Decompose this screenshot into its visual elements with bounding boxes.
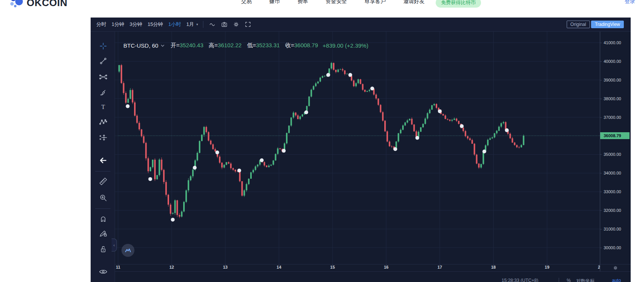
- magnet-icon: [99, 214, 108, 223]
- price-axis-label: 39000.00: [600, 77, 631, 83]
- zoom-in-icon: [99, 193, 108, 202]
- price-axis-label: 40000.00: [600, 59, 631, 64]
- legend-low: 低=35233.31: [247, 42, 280, 49]
- nav-item-4[interactable]: 尊享客户: [364, 0, 386, 5]
- position-icon: [99, 133, 108, 142]
- chevron-down-icon[interactable]: ▾: [196, 22, 198, 26]
- line-style-icon[interactable]: [208, 20, 217, 29]
- trendline-tool[interactable]: [98, 56, 109, 66]
- legend-high: 高=36102.22: [209, 42, 241, 49]
- back-arrow-icon: [99, 156, 108, 165]
- lock-icon: [99, 245, 108, 254]
- price-axis-label: 32000.00: [600, 208, 631, 213]
- ohlc-legend: BTC-USD, 60 开=35240.43 高=36102.22 低=3523…: [123, 42, 368, 49]
- text-tool[interactable]: T: [98, 102, 109, 112]
- eye-icon: [99, 267, 108, 276]
- nav-item-0[interactable]: 交易: [241, 0, 252, 5]
- nav-item-2[interactable]: 费率: [297, 0, 308, 5]
- tradingview-mode-button[interactable]: TradingView: [591, 21, 624, 28]
- page: OKCOIN 交易赚币费率资金安全尊享客户邀请好友 免费获得比特币 登录 分时1…: [0, 0, 644, 282]
- time-axis-label: 11: [115, 265, 123, 269]
- top-nav: OKCOIN 交易赚币费率资金安全尊享客户邀请好友 免费获得比特币 登录: [0, 0, 644, 18]
- crosshair-icon: [99, 42, 108, 51]
- interval-button-0[interactable]: 分时: [96, 21, 106, 28]
- chevron-down-icon[interactable]: [160, 43, 165, 48]
- clock-label: 15:28:33 (UTC+8): [502, 278, 538, 282]
- chart-container: 分时1分钟3分钟15分钟1小时1月 ▾ Original TradingView…: [91, 18, 631, 282]
- legend-close: 收=36008.79: [285, 42, 318, 49]
- okcoin-logo-icon: [10, 0, 24, 9]
- original-mode-button[interactable]: Original: [567, 21, 590, 28]
- nav-item-5[interactable]: 邀请好友: [403, 0, 425, 5]
- price-axis-label: 37000.00: [600, 115, 631, 120]
- sidebar-divider: [95, 208, 110, 209]
- okcoin-logo[interactable]: OKCOIN: [10, 0, 67, 9]
- price-axis[interactable]: 41000.0040000.0039000.0038000.0037000.00…: [600, 32, 631, 264]
- gann-tool[interactable]: [98, 72, 109, 82]
- time-axis-tick: [440, 264, 440, 266]
- interval-group: 分时1分钟3分钟15分钟1小时1月: [96, 21, 194, 28]
- magnet-tool[interactable]: [98, 213, 109, 224]
- time-axis[interactable]: 1112131415161718192: [115, 264, 600, 271]
- login-link[interactable]: 登录: [625, 0, 635, 5]
- brush-icon: [99, 88, 108, 97]
- chart-mode-toggle: Original TradingView: [567, 21, 624, 28]
- draw-lock-icon: [99, 229, 108, 238]
- logo-text: OKCOIN: [27, 0, 67, 9]
- time-axis-tick: [279, 264, 279, 266]
- interval-button-3[interactable]: 15分钟: [147, 21, 163, 28]
- fullscreen-icon[interactable]: [244, 20, 252, 29]
- position-tool[interactable]: [98, 132, 109, 143]
- price-axis-label: 41000.00: [600, 40, 631, 45]
- main-nav: 交易赚币费率资金安全尊享客户邀请好友: [241, 0, 425, 5]
- pattern-icon: [99, 117, 108, 127]
- axis-settings-gear-icon[interactable]: [600, 264, 631, 271]
- price-axis-label: 38000.00: [600, 96, 631, 101]
- settings-gear-icon[interactable]: [232, 20, 240, 29]
- eye-tool[interactable]: [98, 266, 109, 277]
- percent-scale-button[interactable]: %: [567, 278, 571, 282]
- draw-lock-tool[interactable]: [98, 228, 109, 239]
- ruler-tool[interactable]: [98, 176, 109, 187]
- log-scale-button[interactable]: 对数坐标: [576, 278, 594, 282]
- promo-badge[interactable]: 免费获得比特币: [436, 0, 481, 8]
- time-axis-tick: [547, 264, 547, 266]
- sidebar-divider: [95, 171, 110, 171]
- lock-tool[interactable]: [98, 244, 109, 255]
- nav-item-3[interactable]: 资金安全: [326, 0, 347, 5]
- chart-status-bar: 15:28:33 (UTC+8) % 对数坐标 auto: [115, 271, 631, 282]
- interval-button-2[interactable]: 3分钟: [129, 21, 142, 28]
- brush-tool[interactable]: [98, 87, 109, 98]
- tradingview-watermark-icon[interactable]: [121, 244, 134, 257]
- price-pane[interactable]: BTC-USD, 60 开=35240.43 高=36102.22 低=3523…: [115, 32, 600, 264]
- toolbar-divider: [203, 21, 203, 28]
- time-axis-tick: [494, 264, 494, 266]
- status-divider: [559, 278, 559, 282]
- time-axis-tick: [118, 264, 118, 266]
- zoom-in-tool[interactable]: [98, 192, 109, 203]
- price-axis-label: 33000.00: [600, 189, 631, 194]
- ruler-icon: [99, 177, 108, 186]
- candlestick-plot[interactable]: [115, 32, 600, 264]
- pattern-tool[interactable]: [98, 117, 109, 127]
- price-axis-label: 31000.00: [600, 226, 631, 232]
- camera-icon[interactable]: [220, 20, 229, 29]
- auto-scale-button[interactable]: auto: [612, 278, 621, 282]
- back-arrow-tool[interactable]: [98, 155, 109, 166]
- price-axis-label: 30000.00: [600, 245, 631, 250]
- sidebar-collapse-button[interactable]: ‹: [112, 239, 117, 252]
- symbol-label[interactable]: BTC-USD, 60: [123, 42, 158, 49]
- chart-toolbar: 分时1分钟3分钟15分钟1小时1月 ▾ Original TradingView: [91, 18, 631, 32]
- price-axis-label: 34000.00: [600, 170, 631, 176]
- interval-button-5[interactable]: 1月: [186, 21, 194, 28]
- last-price-tag: 36008.79: [600, 132, 630, 139]
- interval-button-1[interactable]: 1分钟: [112, 21, 124, 28]
- chart-body: T BTC-USD, 60 开=35240.43 高=36102.22 低=35…: [91, 32, 631, 282]
- time-axis-tick: [386, 264, 387, 266]
- legend-open: 开=35240.43: [171, 42, 203, 49]
- time-axis-tick: [172, 264, 172, 266]
- crosshair-tool[interactable]: [98, 41, 109, 51]
- interval-button-4[interactable]: 1小时: [168, 21, 181, 28]
- nav-item-1[interactable]: 赚币: [269, 0, 280, 5]
- time-axis-tick: [332, 264, 333, 266]
